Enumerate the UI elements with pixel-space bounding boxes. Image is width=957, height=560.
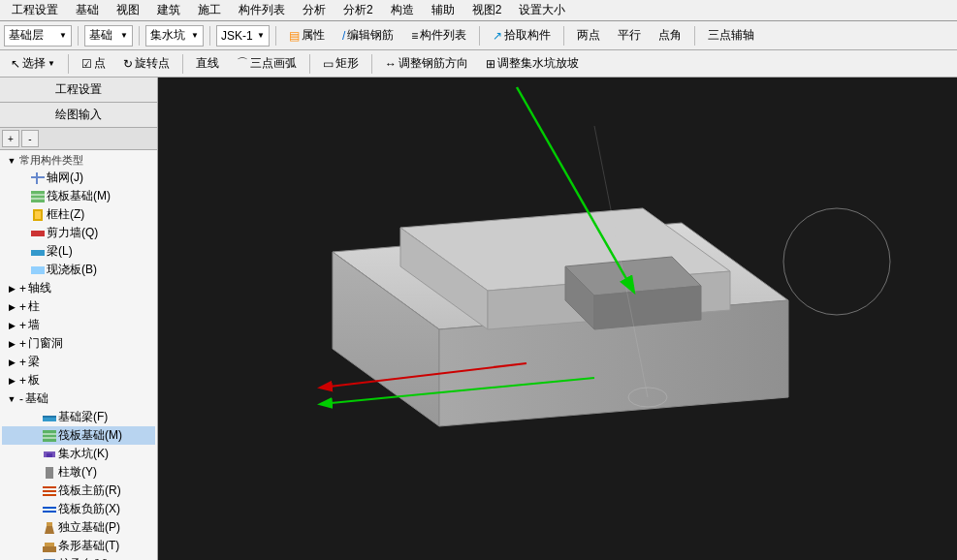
- pit-label: 集水坑: [150, 27, 185, 44]
- menu-arch[interactable]: 建筑: [149, 0, 188, 20]
- rect-icon: ▭: [323, 57, 334, 71]
- menu-analysis[interactable]: 分析: [295, 0, 334, 20]
- strip-found-node[interactable]: 条形基础(T): [2, 537, 155, 555]
- ind-found-icon: [43, 522, 56, 534]
- point-button[interactable]: ☑ 点: [75, 52, 112, 75]
- raft-icon: [31, 191, 45, 202]
- select-button[interactable]: ↖ 选择 ▼: [4, 52, 62, 75]
- pier-icon: [43, 467, 56, 479]
- foundation-group-node[interactable]: ▼ - 基础: [2, 389, 155, 408]
- member-list-button[interactable]: ≡ 构件列表: [404, 24, 473, 47]
- svg-rect-9: [31, 266, 45, 274]
- project-settings-btn[interactable]: 工程设置: [0, 78, 157, 103]
- found-beam-node[interactable]: 基础梁(F): [2, 408, 155, 426]
- three-point-assist-button[interactable]: 三点辅轴: [701, 24, 761, 47]
- pick-member-button[interactable]: ↗ 拾取构件: [486, 24, 558, 47]
- floor-slab-node[interactable]: 现浇板(B): [2, 261, 155, 279]
- sep2: [139, 26, 140, 46]
- rect-button[interactable]: ▭ 矩形: [316, 52, 366, 75]
- toolbar1: 基础层 基础 集水坑 JSK-1 ▤ 属性 / 编辑钢筋 ≡ 构件列表 ↗ 拾取…: [0, 21, 957, 50]
- pit-dropdown[interactable]: 集水坑: [145, 25, 204, 47]
- edit-rebar-button[interactable]: / 编辑钢筋: [335, 24, 400, 47]
- pit-node[interactable]: 集水坑(K): [2, 445, 155, 463]
- slab-group-icon: +: [19, 374, 26, 388]
- menu-analysis2[interactable]: 分析2: [335, 0, 381, 20]
- parallel-button[interactable]: 平行: [611, 24, 648, 47]
- slab-neg-rebar-node[interactable]: 筏板负筋(X): [2, 500, 155, 518]
- svg-rect-2: [31, 191, 45, 202]
- svg-marker-23: [45, 526, 54, 534]
- axis-net-spacer: [17, 172, 29, 184]
- svg-rect-12: [43, 430, 56, 442]
- raft-found-common-node[interactable]: 筏板基础(M): [2, 187, 155, 205]
- menu-settings[interactable]: 设置大小: [511, 0, 573, 20]
- svg-rect-11: [43, 416, 56, 418]
- three-point-arc-button[interactable]: ⌒ 三点画弧: [230, 52, 303, 75]
- floor-slab-icon: [31, 264, 45, 276]
- svg-rect-17: [46, 467, 53, 479]
- menu-project[interactable]: 工程设置: [4, 0, 66, 20]
- raft-found-icon: [43, 430, 56, 442]
- canvas-area[interactable]: [158, 78, 957, 560]
- wall-group-node[interactable]: ▶ + 墙: [2, 316, 155, 334]
- props-button[interactable]: ▤ 属性: [282, 24, 332, 47]
- shear-wall-node[interactable]: 剪力墙(Q): [2, 224, 155, 242]
- angle-button[interactable]: 点角: [652, 24, 688, 47]
- frame-col-node[interactable]: 框柱(Z): [2, 205, 155, 224]
- slab-group-node[interactable]: ▶ + 板: [2, 371, 155, 389]
- minus-tool-btn[interactable]: -: [21, 130, 39, 147]
- svg-rect-7: [31, 231, 45, 236]
- sep4: [275, 26, 276, 46]
- sep3: [209, 26, 210, 46]
- beam-group-icon: +: [19, 356, 26, 369]
- add-tool-btn[interactable]: +: [2, 130, 19, 147]
- axis-group-node[interactable]: ▶ + 轴线: [2, 279, 155, 297]
- sep1: [78, 26, 79, 46]
- menu-construct[interactable]: 施工: [190, 0, 229, 20]
- axis-net-icon: [31, 172, 45, 184]
- adjust-pit-scale-button[interactable]: ⊞ 调整集水坑放坡: [479, 52, 586, 75]
- menu-structure[interactable]: 构造: [383, 0, 422, 20]
- raft-found-node[interactable]: 筏板基础(M): [2, 426, 155, 445]
- drawing-input-btn[interactable]: 绘图输入: [0, 103, 157, 128]
- floor-label: JSK-1: [221, 29, 253, 43]
- menu-view[interactable]: 视图: [109, 0, 147, 20]
- menu-tools[interactable]: 辅助: [424, 0, 463, 20]
- tree-area: ▼ 常用构件类型 轴网(J) 筏板基础(M: [0, 150, 157, 560]
- main-area: 工程设置 绘图输入 + - ▼ 常用构件类型 轴网(J): [0, 78, 957, 560]
- rotate-icon: ↻: [123, 57, 133, 71]
- beam-group-node[interactable]: ▶ + 梁: [2, 353, 155, 371]
- pit-scale-icon: ⊞: [486, 57, 495, 71]
- col-group-node[interactable]: ▶ + 柱: [2, 297, 155, 316]
- pier-node[interactable]: 柱墩(Y): [2, 463, 155, 482]
- found-beam-icon: [43, 412, 56, 423]
- svg-rect-26: [45, 543, 54, 546]
- common-members-node[interactable]: ▼ 常用构件类型: [2, 152, 155, 169]
- menu-member-list[interactable]: 构件列表: [231, 0, 293, 20]
- select-dropdown-icon: ▼: [48, 59, 55, 68]
- rotate-point-button[interactable]: ↻ 旋转点: [116, 52, 176, 75]
- sep10: [309, 54, 310, 74]
- door-window-icon: +: [19, 337, 26, 351]
- menu-foundation[interactable]: 基础: [68, 0, 107, 20]
- menu-view2[interactable]: 视图2: [464, 0, 510, 20]
- ind-found-node[interactable]: 独立基础(P): [2, 518, 155, 537]
- door-window-node[interactable]: ▶ + 门窗洞: [2, 334, 155, 353]
- two-point-button[interactable]: 两点: [570, 24, 607, 47]
- pile-cap-node[interactable]: 桩承台(V): [2, 555, 155, 560]
- pick-icon: ↗: [493, 29, 502, 43]
- axis-net-node[interactable]: 轴网(J): [2, 169, 155, 187]
- base-label: 基础: [89, 27, 112, 44]
- layer-dropdown[interactable]: 基础层: [4, 25, 72, 47]
- floor-dropdown[interactable]: JSK-1: [216, 25, 270, 47]
- line-button[interactable]: 直线: [189, 52, 226, 75]
- 3d-scene: [158, 78, 957, 560]
- left-panel: 工程设置 绘图输入 + - ▼ 常用构件类型 轴网(J): [0, 78, 158, 560]
- beam-common-node[interactable]: 梁(L): [2, 242, 155, 261]
- adjust-rebar-dir-button[interactable]: ↔ 调整钢筋方向: [378, 52, 475, 75]
- top-menubar: 工程设置 基础 视图 建筑 施工 构件列表 分析 分析2 构造 辅助 视图2 设…: [0, 0, 957, 21]
- common-expand-icon: ▼: [6, 155, 17, 167]
- beam-icon: [31, 246, 45, 258]
- base-dropdown[interactable]: 基础: [84, 25, 133, 47]
- slab-main-rebar-node[interactable]: 筏板主筋(R): [2, 482, 155, 500]
